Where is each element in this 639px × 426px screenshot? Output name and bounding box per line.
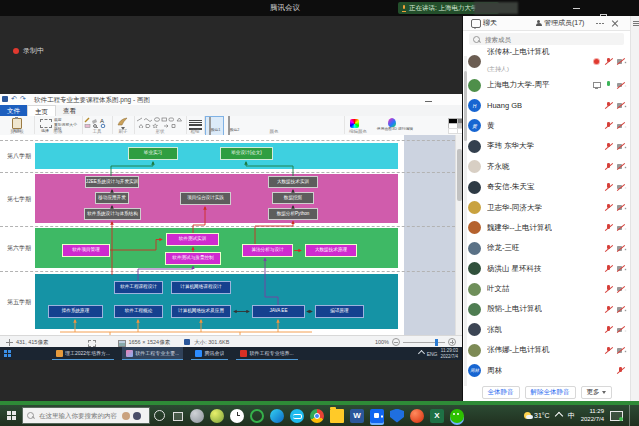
unmute-all-button[interactable]: 解除全体静音 xyxy=(525,386,576,399)
camera-off-icon[interactable] xyxy=(616,121,625,130)
color2-swatch[interactable]: 颜色2 xyxy=(225,117,242,135)
notification-icon[interactable] xyxy=(610,411,623,421)
member-row[interactable]: 卫志华-同济大学 xyxy=(463,197,630,217)
taskbar-app-gray-sphere[interactable] xyxy=(190,409,204,423)
member-row[interactable]: 张传林-上电计算机 (主持人) xyxy=(463,48,630,75)
camera-off-icon[interactable] xyxy=(616,223,625,232)
member-row[interactable]: 杨洪山 星环科技 xyxy=(463,259,630,279)
color1-swatch[interactable]: 颜色1 xyxy=(206,117,223,135)
panel-close-icon[interactable] xyxy=(611,19,619,27)
chevron-up-icon[interactable] xyxy=(418,350,425,357)
member-search[interactable] xyxy=(469,33,624,45)
member-row[interactable]: H Huang GB xyxy=(463,95,630,115)
taskbar-app-edge[interactable] xyxy=(270,409,284,423)
size-label[interactable]: 粗细 xyxy=(186,129,204,134)
search-input[interactable] xyxy=(483,35,620,44)
mic-off-icon[interactable] xyxy=(604,142,613,151)
taskbar-app-globe[interactable] xyxy=(210,409,224,423)
search-highlight-icon[interactable] xyxy=(133,412,141,420)
zoom-slider[interactable] xyxy=(403,342,445,343)
taskbar-app-chrome[interactable] xyxy=(310,409,324,423)
member-row[interactable]: 叶文喆 xyxy=(463,279,630,299)
member-row[interactable]: 殷韬-上电计算机 xyxy=(463,299,630,319)
shapes-icons[interactable] xyxy=(136,117,184,128)
taskbar-app-ie[interactable] xyxy=(290,409,304,423)
camera-off-icon[interactable] xyxy=(616,101,625,110)
taskbar-app-clock[interactable] xyxy=(230,409,244,423)
mic-off-icon[interactable] xyxy=(604,101,613,110)
member-row[interactable]: 魏建华--上电计算机 xyxy=(463,218,630,238)
more-button[interactable]: 更多 xyxy=(581,386,612,399)
taskbar-app-word[interactable]: W xyxy=(350,409,364,423)
camera-off-icon[interactable] xyxy=(616,162,625,171)
taskbar-search-input[interactable] xyxy=(37,411,119,420)
cortana-icon[interactable] xyxy=(154,410,165,421)
task-view-icon[interactable] xyxy=(173,411,183,421)
member-row[interactable]: 齐永晓 xyxy=(463,157,630,177)
start-button[interactable] xyxy=(0,405,22,426)
member-row[interactable]: 张伟娜-上电计算机 xyxy=(463,340,630,360)
paint-vertical-scrollbar[interactable] xyxy=(455,135,462,335)
zoom-out-icon[interactable] xyxy=(392,338,400,346)
zoom-in-icon[interactable] xyxy=(448,338,456,346)
menu-icon[interactable] xyxy=(633,21,639,22)
tab-view[interactable]: 查看 xyxy=(56,105,83,116)
shared-taskbar-item[interactable]: 理工2022年培养方... xyxy=(52,347,114,360)
shared-taskbar-item[interactable]: 软件工程专业培养... xyxy=(236,347,297,360)
shared-tray[interactable]: ENG 11:29:03 2022/7/4 xyxy=(419,348,462,358)
tab-file[interactable]: 文件 xyxy=(0,105,27,116)
mic-off-icon[interactable] xyxy=(604,57,613,66)
camera-off-icon[interactable] xyxy=(616,183,625,192)
save-icon[interactable] xyxy=(2,96,8,102)
camera-off-icon[interactable] xyxy=(616,142,625,151)
weather-widget[interactable]: 31°C xyxy=(524,412,550,419)
zoom-slider-thumb[interactable] xyxy=(435,339,438,346)
camera-off-icon[interactable] xyxy=(616,346,625,355)
member-row[interactable]: 徐龙-三旺 xyxy=(463,238,630,258)
mic-off-icon[interactable] xyxy=(604,305,613,314)
taskbar-app-excel[interactable]: X xyxy=(430,409,444,423)
clock[interactable]: 11:292022/7/4 xyxy=(581,408,604,423)
brushes-label[interactable]: 刷子 xyxy=(112,129,134,134)
mic-off-icon[interactable] xyxy=(604,285,613,294)
member-row[interactable]: 李玮 东华大学 xyxy=(463,136,630,156)
member-row[interactable]: 黄 黄 xyxy=(463,116,630,136)
edit-colors-label[interactable]: 编辑颜色 xyxy=(344,129,372,134)
tab-chat[interactable]: 聊天 xyxy=(471,18,497,28)
member-row[interactable]: 奇安信-朱天宝 xyxy=(463,177,630,197)
undo-icon[interactable]: ↶ xyxy=(11,96,17,102)
camera-off-icon[interactable] xyxy=(616,264,625,273)
tab-members[interactable]: 管理成员(17) xyxy=(535,18,584,28)
paint3d-label[interactable]: 使用画图3D 进行编辑 xyxy=(372,127,418,131)
shared-taskbar-item[interactable]: 腾讯会议 xyxy=(191,347,228,360)
shared-start-button[interactable] xyxy=(0,347,14,360)
brush-icon[interactable] xyxy=(117,117,129,126)
tab-home[interactable]: 主页 xyxy=(27,105,56,116)
mic-off-icon[interactable] xyxy=(604,346,613,355)
mic-on-icon[interactable] xyxy=(604,81,613,90)
camera-off-icon[interactable] xyxy=(616,244,625,253)
mic-off-icon[interactable] xyxy=(604,183,613,192)
mic-off-icon[interactable] xyxy=(604,121,613,130)
mute-all-button[interactable]: 全体静音 xyxy=(482,386,520,399)
taskbar-app-file-explorer[interactable] xyxy=(330,409,344,423)
camera-off-icon[interactable] xyxy=(616,81,625,90)
camera-off-icon[interactable] xyxy=(616,305,625,314)
mic-off-icon[interactable] xyxy=(604,162,613,171)
paint-minimize-icon[interactable] xyxy=(424,96,433,105)
shared-lang[interactable]: ENG xyxy=(427,351,438,357)
camera-off-icon[interactable] xyxy=(616,325,625,334)
taskbar-app-red-sphere[interactable] xyxy=(410,409,424,423)
ime-indicator[interactable]: 中 xyxy=(568,411,575,421)
mic-off-icon[interactable] xyxy=(604,264,613,273)
camera-off-icon[interactable] xyxy=(616,57,625,66)
search-highlight-icon[interactable] xyxy=(122,412,130,420)
minimize-icon[interactable] xyxy=(572,3,581,12)
member-row[interactable]: 张凯 xyxy=(463,320,630,340)
tools-icons[interactable]: A xyxy=(84,117,110,128)
ribbon-edit-colors[interactable]: 编辑颜色 xyxy=(344,116,372,134)
taskbar-app-green-ring[interactable] xyxy=(250,409,264,423)
zoom-control[interactable]: 100% xyxy=(375,338,456,346)
taskbar-app-tencent-meeting[interactable] xyxy=(370,409,384,423)
camera-off-icon[interactable] xyxy=(616,285,625,294)
